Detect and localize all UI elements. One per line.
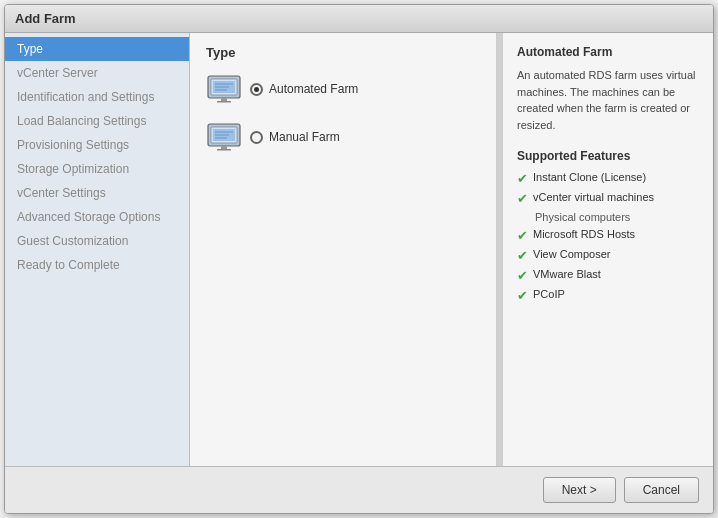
main-content: Type: [190, 33, 713, 466]
feature-label: Microsoft RDS Hosts: [533, 228, 635, 240]
next-button[interactable]: Next >: [543, 477, 616, 503]
add-farm-dialog: Add Farm TypevCenter ServerIdentificatio…: [4, 4, 714, 514]
dialog-body: TypevCenter ServerIdentification and Set…: [5, 33, 713, 466]
sidebar-item-provisioning-settings[interactable]: Provisioning Settings: [5, 133, 189, 157]
svg-rect-12: [217, 149, 231, 151]
manual-farm-text: Manual Farm: [269, 130, 340, 144]
manual-farm-icon: [206, 122, 242, 152]
feature-item: ✔View Composer: [517, 248, 699, 263]
feature-label: VMware Blast: [533, 268, 601, 280]
content-area: Type: [190, 33, 713, 466]
svg-rect-3: [221, 98, 227, 101]
feature-label: View Composer: [533, 248, 610, 260]
manual-farm-option[interactable]: Manual Farm: [206, 122, 480, 152]
left-panel: Type: [190, 33, 497, 466]
cancel-button[interactable]: Cancel: [624, 477, 699, 503]
automated-farm-option[interactable]: Automated Farm: [206, 74, 480, 104]
right-panel: Automated Farm An automated RDS farm use…: [503, 33, 713, 466]
supported-features-title: Supported Features: [517, 149, 699, 163]
automated-farm-icon: [206, 74, 242, 104]
dialog-titlebar: Add Farm: [5, 5, 713, 33]
feature-item: ✔Microsoft RDS Hosts: [517, 228, 699, 243]
sidebar-item-identification-and-settings[interactable]: Identification and Settings: [5, 85, 189, 109]
check-icon: ✔: [517, 248, 528, 263]
feature-item: ✔vCenter virtual machines: [517, 191, 699, 206]
dialog-footer: Next > Cancel: [5, 466, 713, 513]
feature-item: ✔VMware Blast: [517, 268, 699, 283]
sidebar-item-type[interactable]: Type: [5, 37, 189, 61]
feature-item: ✔Instant Clone (License): [517, 171, 699, 186]
check-icon: ✔: [517, 171, 528, 186]
manual-farm-radio[interactable]: [250, 131, 263, 144]
dialog-title: Add Farm: [15, 11, 76, 26]
sidebar-item-load-balancing-settings[interactable]: Load Balancing Settings: [5, 109, 189, 133]
right-panel-description: An automated RDS farm uses virtual machi…: [517, 67, 699, 133]
feature-label: vCenter virtual machines: [533, 191, 654, 203]
automated-farm-radio[interactable]: [250, 83, 263, 96]
check-icon: ✔: [517, 268, 528, 283]
svg-rect-4: [217, 101, 231, 103]
sidebar-item-advanced-storage-options[interactable]: Advanced Storage Options: [5, 205, 189, 229]
feature-item-unchecked: Physical computers: [517, 211, 699, 223]
sidebar-item-ready-to-complete[interactable]: Ready to Complete: [5, 253, 189, 277]
features-list: ✔Instant Clone (License)✔vCenter virtual…: [517, 171, 699, 303]
check-icon: ✔: [517, 288, 528, 303]
sidebar-item-vcenter-server[interactable]: vCenter Server: [5, 61, 189, 85]
sidebar-item-guest-customization[interactable]: Guest Customization: [5, 229, 189, 253]
sidebar-item-storage-optimization[interactable]: Storage Optimization: [5, 157, 189, 181]
automated-farm-text: Automated Farm: [269, 82, 358, 96]
check-icon: ✔: [517, 228, 528, 243]
sidebar: TypevCenter ServerIdentification and Set…: [5, 33, 190, 466]
check-icon: ✔: [517, 191, 528, 206]
feature-item: ✔PCoIP: [517, 288, 699, 303]
svg-rect-11: [221, 146, 227, 149]
left-panel-title: Type: [206, 45, 480, 60]
sidebar-item-vcenter-settings[interactable]: vCenter Settings: [5, 181, 189, 205]
feature-label: Instant Clone (License): [533, 171, 646, 183]
feature-label: PCoIP: [533, 288, 565, 300]
right-panel-title: Automated Farm: [517, 45, 699, 59]
automated-farm-label[interactable]: Automated Farm: [250, 82, 358, 96]
manual-farm-label[interactable]: Manual Farm: [250, 130, 340, 144]
